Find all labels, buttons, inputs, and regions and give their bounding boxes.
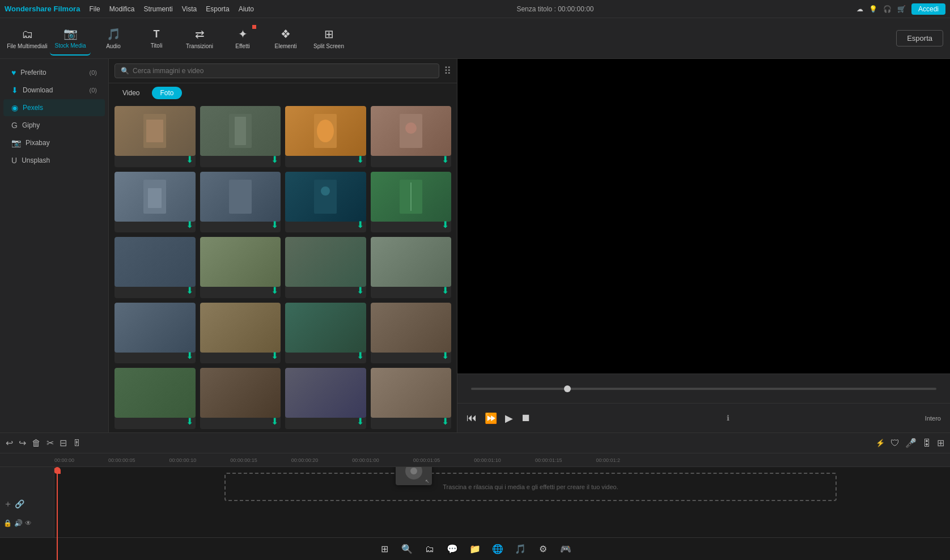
menu-esporta[interactable]: Esporta [206, 5, 229, 13]
tab-video[interactable]: Video [114, 87, 147, 99]
tool-elementi[interactable]: ❖ Elementi [265, 22, 306, 56]
download-icon-5[interactable]: ⬇ [186, 219, 193, 230]
redo-button[interactable]: ↪ [19, 438, 26, 448]
cut-button[interactable]: ✂ [46, 438, 54, 448]
media-item[interactable]: ⬇ [371, 106, 452, 167]
sidebar-item-unsplash[interactable]: U Unsplash [3, 152, 105, 169]
progress-thumb[interactable] [564, 385, 571, 392]
media-item[interactable]: ⬇ [200, 172, 281, 233]
media-item[interactable]: ⬇ [200, 303, 281, 364]
download-icon-8[interactable]: ⬇ [442, 219, 449, 230]
download-icon-12[interactable]: ⬇ [442, 285, 449, 296]
media-item[interactable]: ⬇ [285, 106, 366, 167]
media-item[interactable]: ⬇ [200, 237, 281, 298]
download-icon-10[interactable]: ⬇ [271, 285, 278, 296]
cart-icon[interactable]: 🛒 [897, 5, 906, 13]
menu-strumenti[interactable]: Strumenti [143, 5, 172, 13]
playhead[interactable] [57, 467, 58, 560]
tool-file-multimediali[interactable]: 🗂 File Multimediali [7, 22, 48, 56]
media-item[interactable]: ⬇ [285, 237, 366, 298]
download-icon-17[interactable]: ⬇ [186, 416, 193, 427]
media-item[interactable]: ⬇ [371, 172, 452, 233]
tool-stock-media[interactable]: 📷 Stock Media [50, 22, 91, 56]
media-item[interactable]: ⬇ [114, 172, 196, 233]
adjust-button[interactable]: ⊟ [60, 438, 67, 448]
accedi-button[interactable]: Accedi [911, 3, 945, 15]
download-icon-3[interactable]: ⬇ [357, 154, 364, 165]
volume-icon[interactable]: 🔊 [14, 519, 23, 527]
esporta-button[interactable]: Esporta [896, 30, 943, 46]
search-input[interactable] [133, 67, 433, 75]
download-icon-13[interactable]: ⬇ [186, 350, 193, 361]
link-icon[interactable]: 🔗 [15, 499, 24, 508]
media-item[interactable]: ⬇ [371, 303, 452, 364]
step-back-button[interactable]: ⏮ [466, 412, 477, 424]
sidebar-item-giphy[interactable]: G Giphy [3, 117, 105, 134]
media-item[interactable]: ⬇ [114, 237, 196, 298]
download-icon-6[interactable]: ⬇ [271, 219, 278, 230]
shield-button[interactable]: 🛡 [890, 438, 900, 448]
media-item[interactable]: ⬇ [285, 368, 366, 429]
download-icon-14[interactable]: ⬇ [271, 350, 278, 361]
media-item[interactable]: ⬇ [114, 303, 196, 364]
delete-button[interactable]: 🗑 [32, 438, 41, 448]
tab-foto[interactable]: Foto [152, 87, 181, 99]
sidebar-item-preferito[interactable]: ♥ Preferito (0) [3, 64, 105, 81]
audio-adjust-button[interactable]: 🎚 [73, 438, 82, 448]
tool-titoli[interactable]: T Titoli [136, 22, 177, 56]
media-item[interactable]: ⬇ [371, 237, 452, 298]
download-icon-16[interactable]: ⬇ [442, 350, 449, 361]
media-item[interactable]: ⬇ [200, 106, 281, 167]
preview-progress-bar[interactable] [471, 388, 936, 390]
media-item[interactable]: ⬇ [285, 172, 366, 233]
tool-audio[interactable]: 🎵 Audio [93, 22, 134, 56]
tool-effetti[interactable]: ✦ Effetti [222, 22, 263, 56]
sidebar-item-pixabay[interactable]: 📷 Pixabay [3, 134, 105, 151]
download-icon-18[interactable]: ⬇ [271, 416, 278, 427]
stop-button[interactable]: ⏹ [521, 412, 531, 424]
taskbar-search[interactable]: 🔍 [398, 540, 416, 558]
download-icon-19[interactable]: ⬇ [357, 416, 364, 427]
undo-button[interactable]: ↩ [6, 438, 13, 448]
media-item[interactable]: ⬇ [200, 368, 281, 429]
menu-vista[interactable]: Vista [182, 5, 197, 13]
taskbar-browser[interactable]: 🌐 [489, 540, 507, 558]
download-icon-9[interactable]: ⬇ [186, 285, 193, 296]
sidebar-item-pexels[interactable]: ◉ Pexels [3, 99, 105, 116]
add-track-icon[interactable]: ＋ [3, 498, 12, 510]
grid-toggle-icon[interactable]: ⠿ [444, 65, 451, 77]
download-icon-15[interactable]: ⬇ [357, 350, 364, 361]
mic-button[interactable]: 🎤 [905, 438, 917, 448]
taskbar-start[interactable]: ⊞ [375, 540, 393, 558]
media-item[interactable]: ⬇ [371, 368, 452, 429]
taskbar-music[interactable]: 🎵 [511, 540, 529, 558]
eye-icon[interactable]: 👁 [25, 519, 32, 527]
taskbar-chat[interactable]: 💬 [443, 540, 461, 558]
taskbar-explorer[interactable]: 📁 [466, 540, 484, 558]
taskbar-game[interactable]: 🎮 [557, 540, 575, 558]
download-icon-2[interactable]: ⬇ [271, 154, 278, 165]
info-icon[interactable]: ℹ [727, 414, 730, 422]
lock-icon[interactable]: 🔒 [3, 519, 12, 527]
headset-icon[interactable]: 🎧 [883, 5, 892, 13]
menu-modifica[interactable]: Modifica [109, 5, 135, 13]
sidebar-item-download[interactable]: ⬇ Download (0) [3, 82, 105, 99]
play-button[interactable]: ▶ [505, 412, 513, 425]
media-item[interactable]: ⬇ [114, 106, 196, 167]
render-button[interactable]: ⚡ [876, 439, 885, 447]
taskbar-files[interactable]: 🗂 [421, 540, 439, 558]
taskbar-settings[interactable]: ⚙ [534, 540, 552, 558]
download-icon-7[interactable]: ⬇ [357, 219, 364, 230]
mix-button[interactable]: 🎛 [922, 438, 931, 448]
slow-forward-button[interactable]: ⏩ [485, 412, 497, 425]
expand-button[interactable]: ⊞ [937, 438, 944, 448]
download-icon-20[interactable]: ⬇ [442, 416, 449, 427]
cloud-icon[interactable]: ☁ [856, 5, 863, 13]
light-icon[interactable]: 💡 [869, 5, 877, 13]
media-item[interactable]: ⬇ [285, 303, 366, 364]
media-item[interactable]: ⬇ [114, 368, 196, 429]
menu-file[interactable]: File [89, 5, 100, 13]
download-icon-11[interactable]: ⬇ [357, 285, 364, 296]
tool-transizioni[interactable]: ⇄ Transizioni [179, 22, 220, 56]
download-icon-4[interactable]: ⬇ [442, 154, 449, 165]
